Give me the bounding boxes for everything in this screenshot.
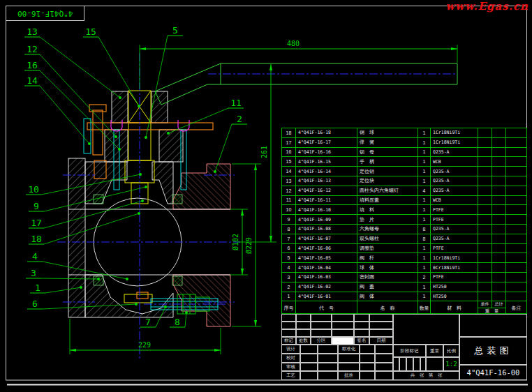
table-cell: 定位块 — [357, 176, 418, 186]
dimension-Ø229: Ø229 — [245, 164, 256, 326]
table-cell: 1 — [418, 176, 431, 186]
table-cell: 4"Q41F-16-15 — [296, 157, 357, 167]
svg-text:480: 480 — [287, 40, 300, 47]
table-cell — [506, 282, 526, 292]
table-cell — [506, 244, 526, 254]
parts-table-header: 序号 代 号 名 称 数量 材 料 单件 总计 重 量 备注 — [281, 301, 527, 314]
table-cell: 填料压盖 — [357, 196, 418, 206]
table-cell: 1 — [418, 196, 431, 206]
table-cell: 1 — [418, 157, 431, 167]
table-cell — [506, 186, 526, 196]
titleblock-cell — [375, 354, 393, 363]
titleblock-cell — [311, 329, 332, 337]
header-code: 代 号 — [296, 301, 357, 315]
titleblock-zone: 分区 — [311, 337, 332, 345]
table-cell: 4 — [418, 186, 431, 196]
table-cell — [478, 128, 492, 138]
balloon-14: 14 — [24, 75, 91, 145]
table-cell: PTFE — [431, 273, 478, 282]
titleblock-cell — [360, 345, 375, 354]
titleblock-cell — [399, 357, 406, 371]
table-cell: 钢 球 — [357, 128, 418, 138]
titleblock-standard: 标准化 — [338, 345, 360, 354]
table-cell — [478, 263, 492, 273]
table-cell — [492, 167, 506, 176]
balloon-13: 13 — [24, 27, 121, 99]
table-cell: Q235-A — [431, 186, 478, 196]
titleblock-number: 4"Q41F-16-00 — [459, 365, 527, 380]
seat-seals — [94, 195, 182, 285]
balloon-11: 11 — [167, 98, 244, 135]
titleblock-cell — [354, 314, 369, 322]
titleblock-date: 日期 — [369, 337, 393, 345]
table-cell — [492, 234, 506, 244]
table-cell: 4"Q41F-16-09 — [296, 215, 357, 225]
titleblock-cell — [296, 329, 311, 337]
table-cell: 阀 杆 — [357, 253, 418, 263]
table-cell: 4"Q41F-16-17 — [296, 138, 357, 148]
table-cell: 4"Q41F-16-02 — [296, 282, 357, 292]
table-cell: 17 — [282, 138, 296, 148]
handle — [155, 63, 457, 105]
svg-text:12: 12 — [27, 44, 38, 54]
table-cell — [478, 196, 492, 206]
table-cell — [478, 215, 492, 225]
titleblock-cell — [338, 363, 360, 371]
watermark: www.Egas.cn — [445, 0, 529, 13]
table-cell: 4"Q41F-16-12 — [296, 186, 357, 196]
titleblock-cell — [375, 345, 393, 354]
table-cell: 16 — [282, 148, 296, 158]
titleblock-cell — [360, 363, 375, 371]
titleblock-cell — [360, 354, 375, 363]
table-cell: PTFE — [431, 244, 478, 254]
table-cell: 14 — [282, 167, 296, 176]
table-cell: WCB — [431, 157, 478, 167]
table-cell — [506, 148, 526, 158]
table-cell: Q235-A — [431, 176, 478, 186]
table-cell: 1 — [418, 282, 431, 292]
table-cell: 调整垫 — [357, 244, 418, 254]
titleblock-cell — [420, 357, 426, 371]
svg-text:8: 8 — [175, 317, 180, 327]
titleblock-cell — [318, 371, 338, 380]
table-cell: 4"Q41F-16-03 — [296, 273, 357, 282]
packing-gland-right — [159, 130, 183, 162]
table-cell: 1 — [418, 244, 431, 254]
titleblock-cell — [375, 371, 393, 380]
table-cell: 8 — [282, 225, 296, 234]
svg-text:Ø229: Ø229 — [245, 237, 253, 254]
table-cell — [506, 196, 526, 206]
header-name: 名 称 — [357, 301, 418, 315]
titleblock-cell — [296, 322, 311, 329]
table-cell: 1 — [418, 148, 431, 158]
table-cell — [506, 128, 526, 138]
table-cell — [492, 186, 506, 196]
table-cell: 1 — [418, 253, 431, 263]
titleblock-mark: 标记 — [281, 337, 296, 345]
titleblock-cell — [300, 363, 318, 371]
table-cell — [506, 263, 526, 273]
svg-text:11: 11 — [230, 98, 242, 108]
table-cell: 2 — [282, 282, 296, 292]
titleblock-cell — [311, 322, 332, 329]
titleblock-cell — [300, 354, 318, 363]
svg-text:13: 13 — [27, 27, 38, 37]
titleblock-weight: 重量 — [426, 345, 443, 357]
table-cell — [492, 215, 506, 225]
table-cell: 4"Q41F-16-08 — [296, 225, 357, 234]
table-cell: 10 — [282, 205, 296, 215]
titleblock-cell — [413, 357, 420, 371]
table-cell — [478, 225, 492, 234]
titleblock-cell — [369, 329, 393, 337]
titleblock-cell — [338, 354, 360, 363]
table-cell — [478, 176, 492, 186]
table-cell — [506, 215, 526, 225]
table-cell — [492, 157, 506, 167]
table-cell: 4"Q41F-16-10 — [296, 205, 357, 215]
dimension-480: 480 — [140, 40, 457, 49]
drawing-sheet: 131216141551121091718431678480261Ø102Ø22… — [0, 0, 532, 392]
table-cell: 1 — [418, 263, 431, 273]
table-cell: Q235-A — [431, 167, 478, 176]
table-cell — [492, 253, 506, 263]
table-cell: 锁 母 — [357, 148, 418, 158]
